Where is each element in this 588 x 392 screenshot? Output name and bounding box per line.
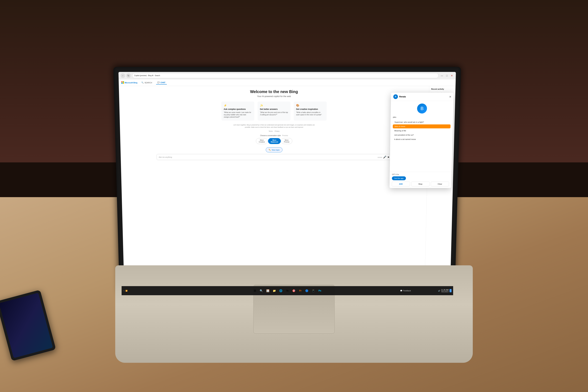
new-topic-icon: ✏️	[268, 149, 271, 151]
overlay-close-button[interactable]: ✕	[449, 95, 451, 98]
browser-navbar: Microsoft Bing 🔍 SEARCH 💬 CHAT	[119, 79, 456, 86]
app-icon-1[interactable]: 🎯	[291, 288, 297, 293]
creative-style-button[interactable]: MoreCreative	[256, 138, 268, 144]
overlay-input-area: GPT-4 for Get the app ASK Stop Clear	[389, 172, 451, 188]
app-icon-ps[interactable]: Ps	[317, 288, 323, 293]
laptop-base	[115, 265, 473, 363]
disclaimer-text: Let's learn together. Bing is powered by…	[233, 124, 315, 128]
start-button[interactable]: ⊞	[252, 288, 257, 293]
address-text: Copilot (preview) - Bing AI - Search	[134, 75, 160, 76]
square-red	[121, 81, 123, 82]
app-icon-2[interactable]: 📱	[311, 288, 316, 293]
overlay-chat-list: Superman: who would win in a fight? Sets…	[390, 119, 453, 172]
overlay-actions: ASK Stop Clear	[392, 182, 449, 186]
get-app-button[interactable]: Get the app	[392, 176, 406, 180]
precise-style-button[interactable]: MorePrecise	[281, 138, 292, 144]
msft-bing-label: Microsoft Bing	[125, 82, 138, 84]
complex-questions-icon: ⚡	[224, 104, 252, 107]
back-button[interactable]: ←	[120, 73, 125, 78]
chat-item-4[interactable]: k about a cat named meow	[393, 137, 450, 141]
feature-card-complex: ⚡ Ask complex questions "What are some m…	[221, 102, 254, 121]
bing-logo-letter: B	[420, 106, 424, 111]
feedback-label: Feedback	[403, 290, 411, 292]
feedback-area[interactable]: 💬 Feedback	[400, 290, 411, 292]
close-button[interactable]: ✕	[450, 74, 454, 78]
new-topic-label: New topic	[272, 149, 280, 151]
clock-display: 11:26 AM 9/21/2023	[441, 289, 449, 292]
chat-input-placeholder: Ask me anything	[159, 156, 376, 158]
taskbar-icons-center: ⊞ 🔍 🪟 📁 🌐 🛍 🎯 Fr 🔵 📱 Ps	[252, 288, 323, 293]
user-name: Renata	[399, 96, 406, 98]
browser-window: ← ↻ Copilot (preview) - Bing AI - Search…	[119, 72, 456, 289]
ask-button[interactable]: ASK	[392, 182, 410, 186]
better-answers-icon: ✨	[260, 104, 288, 107]
browser-controls: ← ↻	[120, 73, 131, 78]
system-tray-left: ↑↓ 📶	[123, 290, 127, 292]
app-icon-blender[interactable]: 🔵	[304, 288, 310, 293]
chat-item-0[interactable]: Superman: who would win in a fight?	[393, 120, 451, 124]
balanced-style-button[interactable]: MoreBalanced	[268, 138, 281, 144]
build-info: Evaluation copy. Build 23545.ni_prerelea…	[419, 283, 452, 285]
app-icon-fr[interactable]: Fr	[298, 288, 303, 293]
chat-icon: 💬	[157, 81, 160, 84]
overlay-panel: R Renata ✕ B ples Superman: who would wi…	[389, 93, 454, 188]
system-tray-right: 🔊 11:26 AM 9/21/2023	[438, 289, 451, 292]
maximize-button[interactable]: □	[445, 74, 449, 78]
creative-inspiration-desc: "Write a haiku about crocodiles in outer…	[296, 112, 324, 116]
chat-item-2[interactable]: Meaning of life	[393, 129, 450, 133]
file-explorer-taskbar[interactable]: 📁	[272, 288, 277, 293]
bing-logo-circle: B	[417, 104, 427, 114]
style-buttons-container: MoreCreative MoreBalanced MorePrecise	[256, 138, 292, 144]
input-actions: 0/2000 🎤 ➤	[378, 156, 390, 159]
char-count: 0/2000	[378, 157, 382, 159]
user-avatar: R	[393, 94, 398, 99]
complex-questions-title: Ask complex questions	[224, 108, 252, 110]
msft-squares-icon	[121, 81, 124, 84]
taskbar: ↑↓ 📶 ⊞ 🔍 🪟 📁 🌐 🛍 🎯 Fr 🔵 📱 Ps 💬 Feedback …	[122, 286, 453, 295]
gpt4-note: GPT-4 for	[392, 174, 449, 176]
creative-inspiration-icon: 🎨	[296, 104, 324, 107]
notifications-icon[interactable]	[450, 289, 451, 292]
welcome-subtitle: Your AI-powered copilot for the web	[257, 95, 291, 98]
creative-inspiration-title: Get creative inspiration	[296, 108, 324, 110]
network-icon: ↑↓	[123, 290, 125, 292]
search-icon: 🔍	[141, 82, 144, 84]
search-tab[interactable]: 🔍 SEARCH	[140, 81, 153, 84]
bing-logo-area: B	[391, 101, 454, 116]
better-answers-title: Get better answers	[260, 108, 288, 110]
browser-titlebar: ← ↻ Copilot (preview) - Bing AI - Search…	[119, 72, 456, 79]
square-yellow	[123, 83, 124, 84]
stop-button[interactable]: Stop	[411, 182, 430, 186]
minimize-button[interactable]: —	[440, 74, 444, 78]
send-icon[interactable]: ➤	[387, 156, 389, 159]
microphone-icon[interactable]: 🎤	[383, 156, 386, 159]
address-bar[interactable]: Copilot (preview) - Bing AI - Search	[132, 73, 439, 78]
new-topic-button[interactable]: ✏️ New topic	[266, 147, 282, 152]
chat-item-1[interactable]: Sets of chess	[393, 124, 451, 128]
feature-cards-container: ⚡ Ask complex questions "What are some m…	[126, 102, 422, 121]
bing-welcome-section: Welcome to the new Bing Your AI-powered …	[119, 86, 429, 289]
chat-tab[interactable]: 💬 CHAT	[156, 81, 167, 84]
terms-row: Terms Privacy	[269, 130, 279, 132]
conversation-style-label: Choose a conversation style Preview	[260, 134, 288, 136]
square-green	[123, 81, 124, 82]
browser-content: Welcome to the new Bing Your AI-powered …	[119, 86, 456, 289]
chat-item-3[interactable]: rent president of the us?	[393, 133, 450, 137]
privacy-link[interactable]: Privacy	[275, 130, 279, 132]
complex-questions-desc: "What are some meals I can make for my p…	[224, 112, 252, 118]
laptop-screen-inner: ← ↻ Copilot (preview) - Bing AI - Search…	[119, 72, 456, 289]
browser-actions: — □ ✕	[440, 74, 454, 78]
welcome-title: Welcome to the new Bing	[250, 89, 298, 94]
feedback-icon: 💬	[400, 290, 402, 292]
terms-link[interactable]: Terms	[269, 130, 273, 132]
microsoft-bing-logo[interactable]: Microsoft Bing	[121, 81, 138, 84]
store-taskbar[interactable]: 🛍	[285, 288, 290, 293]
edge-taskbar[interactable]: 🌐	[278, 288, 283, 293]
search-taskbar-button[interactable]: 🔍	[259, 288, 264, 293]
clear-button[interactable]: Clear	[431, 182, 449, 186]
feature-card-better: ✨ Get better answers "What are the pros …	[258, 102, 290, 121]
better-answers-desc: "What are the pros and cons of the top 3…	[260, 112, 288, 116]
task-view-button[interactable]: 🪟	[265, 288, 270, 293]
wifi-icon: 📶	[125, 290, 127, 292]
refresh-button[interactable]: ↻	[126, 73, 131, 78]
